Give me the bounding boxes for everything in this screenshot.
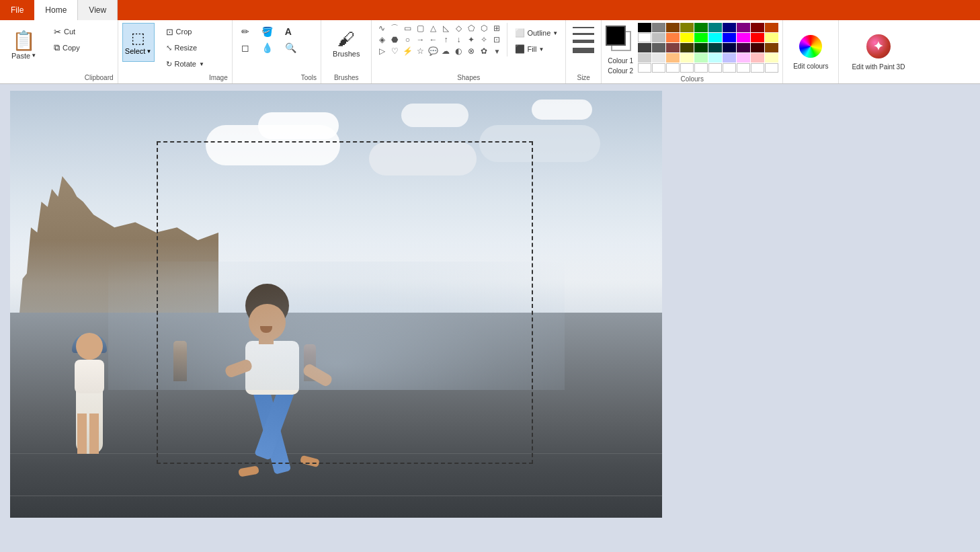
swatch-custom-3[interactable] xyxy=(666,63,680,73)
shape-left-arrow[interactable]: ← xyxy=(427,34,439,45)
colour1-box[interactable] xyxy=(606,26,626,46)
shape-4pointstar[interactable]: ✧ xyxy=(478,34,490,45)
rotate-button[interactable]: ↻ Rotate ▼ xyxy=(161,56,209,71)
swatch-dark-teal[interactable] xyxy=(708,43,722,52)
swatch-maroon[interactable] xyxy=(751,23,764,32)
paste-dropdown-icon[interactable]: ▼ xyxy=(31,52,36,58)
swatch-blue[interactable] xyxy=(723,33,736,42)
shape-ellipse[interactable]: ○ xyxy=(401,34,413,45)
swatch-lime[interactable] xyxy=(694,33,708,42)
swatch-dark-purple[interactable] xyxy=(737,43,750,52)
shape-misc3[interactable]: ✿ xyxy=(478,46,490,56)
swatch-lavender[interactable] xyxy=(723,53,736,63)
swatch-silver[interactable] xyxy=(652,33,665,42)
swatch-teal[interactable] xyxy=(708,23,722,32)
swatch-custom-6[interactable] xyxy=(708,63,722,73)
shapes-more[interactable]: ▼ xyxy=(491,46,503,56)
swatch-light-yellow[interactable] xyxy=(765,53,778,63)
swatch-light-red[interactable] xyxy=(751,53,764,63)
shape-star[interactable]: ☆ xyxy=(414,46,426,56)
shape-cloud[interactable]: ☁ xyxy=(440,46,452,56)
shape-expand[interactable]: ⊞ xyxy=(491,23,503,34)
swatch-custom-10[interactable] xyxy=(765,63,778,73)
swatch-dark-navy[interactable] xyxy=(723,43,736,52)
swatch-mint[interactable] xyxy=(694,53,708,63)
swatch-custom-7[interactable] xyxy=(723,63,736,73)
paste-button[interactable]: 📋 Paste ▼ xyxy=(7,23,41,66)
swatch-gray[interactable] xyxy=(652,23,665,32)
swatch-cream[interactable] xyxy=(680,53,694,63)
canvas-area[interactable] xyxy=(0,84,980,551)
brushes-button[interactable]: 🖌 Brushes xyxy=(328,23,364,63)
shape-rounded-rect[interactable]: ▢ xyxy=(414,23,426,34)
cut-button[interactable]: ✂ Cut xyxy=(49,24,85,39)
swatch-dark-olive[interactable] xyxy=(680,43,694,52)
select-button[interactable]: ⬚ Select ▼ xyxy=(122,23,155,62)
size-line-1[interactable] xyxy=(573,27,594,28)
copy-button[interactable]: ⧉ Copy xyxy=(49,40,85,55)
swatch-purple[interactable] xyxy=(737,23,750,32)
swatch-custom-1[interactable] xyxy=(638,63,651,73)
swatch-custom-8[interactable] xyxy=(737,63,750,73)
swatch-red[interactable] xyxy=(751,33,764,42)
resize-button[interactable]: ⤡ Resize xyxy=(161,40,209,55)
swatch-magenta[interactable] xyxy=(737,33,750,42)
shape-diamond2[interactable]: ◈ xyxy=(376,34,388,45)
shape-callout[interactable]: ▷ xyxy=(376,46,388,56)
swatch-dark-red[interactable] xyxy=(751,43,764,52)
select-dropdown-icon[interactable]: ▼ xyxy=(146,48,151,54)
fill-shape-button[interactable]: ⬛ Fill ▼ xyxy=(512,42,561,56)
shape-right-arrow[interactable]: → xyxy=(414,34,426,45)
swatch-dark-brown[interactable] xyxy=(765,43,778,52)
outline-button[interactable]: ⬜ Outline ▼ xyxy=(512,26,561,40)
swatch-light-gray[interactable] xyxy=(638,53,651,63)
swatch-dark-gray[interactable] xyxy=(638,43,651,52)
eraser-button[interactable]: ◻ xyxy=(237,40,254,55)
swatch-navy[interactable] xyxy=(723,23,736,32)
swatch-mid-gray[interactable] xyxy=(652,43,665,52)
swatch-yellow-light[interactable] xyxy=(765,33,778,42)
outline-dropdown[interactable]: ▼ xyxy=(553,30,558,36)
size-line-3[interactable] xyxy=(573,40,594,43)
edit-colours-icon[interactable] xyxy=(799,35,822,58)
magnifier-button[interactable]: 🔍 xyxy=(280,40,301,55)
shape-misc2[interactable]: ⊗ xyxy=(465,46,477,56)
swatch-cyan[interactable] xyxy=(708,33,722,42)
fill-button[interactable]: 🪣 xyxy=(257,24,278,39)
swatch-brown[interactable] xyxy=(666,23,680,32)
swatch-dark-green[interactable] xyxy=(694,43,708,52)
tab-file[interactable]: File xyxy=(0,0,34,20)
paint3d-icon[interactable]: ✦ xyxy=(866,34,891,58)
text-button[interactable]: A xyxy=(280,24,301,39)
shape-lightning[interactable]: ⚡ xyxy=(401,46,413,56)
eyedropper-button[interactable]: 💧 xyxy=(257,40,278,55)
shape-expand2[interactable]: ⊡ xyxy=(491,34,503,45)
fill-dropdown[interactable]: ▼ xyxy=(538,46,544,52)
shape-down-arrow[interactable]: ↓ xyxy=(452,34,464,45)
shape-pentagon[interactable]: ⬠ xyxy=(465,23,477,34)
shape-misc1[interactable]: ◐ xyxy=(452,46,464,56)
swatch-custom-5[interactable] xyxy=(694,63,708,73)
swatch-yellow[interactable] xyxy=(680,33,694,42)
size-lines-container[interactable] xyxy=(573,26,594,54)
shape-heart[interactable]: ♡ xyxy=(389,46,401,56)
swatch-light-cyan[interactable] xyxy=(708,53,722,63)
swatch-custom-9[interactable] xyxy=(751,63,764,73)
swatch-rust[interactable] xyxy=(765,23,778,32)
swatch-green[interactable] xyxy=(694,23,708,32)
swatch-rose[interactable] xyxy=(666,43,680,52)
swatch-custom-2[interactable] xyxy=(652,63,665,73)
swatch-olive[interactable] xyxy=(680,23,694,32)
shape-up-arrow[interactable]: ↑ xyxy=(440,34,452,45)
shape-triangle[interactable]: △ xyxy=(427,23,439,34)
swatch-peach[interactable] xyxy=(666,53,680,63)
shape-rect[interactable]: ▭ xyxy=(401,23,413,34)
tab-view[interactable]: View xyxy=(78,0,118,20)
shape-right-triangle[interactable]: ◺ xyxy=(440,23,452,34)
swatch-black[interactable] xyxy=(638,23,651,32)
shape-speech[interactable]: 💬 xyxy=(427,46,439,56)
rotate-dropdown-icon[interactable]: ▼ xyxy=(199,61,204,67)
swatch-pink-light[interactable] xyxy=(737,53,750,63)
size-line-2[interactable] xyxy=(573,33,594,35)
shape-octagon[interactable]: ⬣ xyxy=(389,34,401,45)
